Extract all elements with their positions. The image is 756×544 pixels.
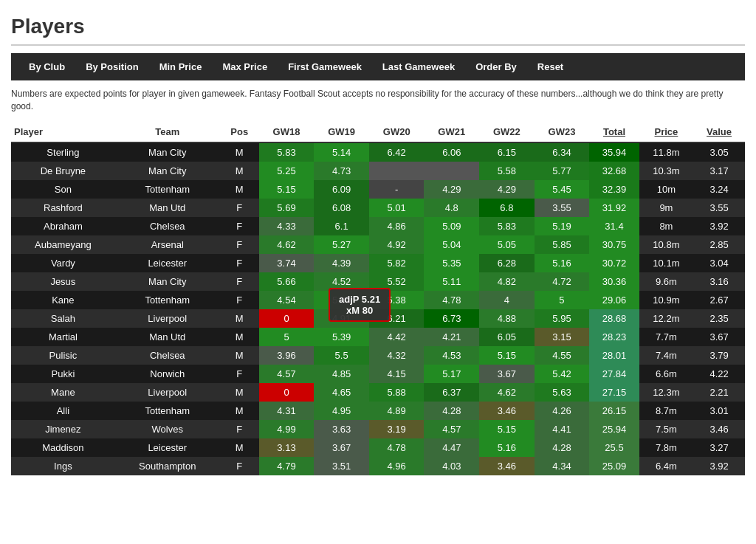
cell-team: Tottenham <box>115 291 220 309</box>
cell-price: 7.7m <box>639 328 693 346</box>
cell-gw20: 4.42 <box>369 328 425 346</box>
cell-price: 8.7m <box>639 402 693 420</box>
cell-value: 2.67 <box>693 291 745 309</box>
cell-team: Leicester <box>115 254 220 272</box>
cell-gw18: 4.54 <box>259 291 315 309</box>
cell-gw19: 5.27 <box>314 235 369 254</box>
cell-value: 2.85 <box>693 235 745 254</box>
cell-value: 2.21 <box>693 383 745 402</box>
cell-pos: M <box>220 328 259 346</box>
cell-player: Mane <box>11 383 115 402</box>
cell-gw21: 6.37 <box>424 383 479 402</box>
filter-min-price[interactable]: Min Price <box>149 58 213 76</box>
cell-gw19: 5.35 <box>314 291 369 309</box>
col-player: Player <box>11 122 115 142</box>
cell-player: Son <box>11 180 115 199</box>
cell-gw22: 5.05 <box>479 235 535 254</box>
filter-last-gameweek[interactable]: Last Gameweek <box>372 58 465 76</box>
cell-price: 12.2m <box>639 309 693 328</box>
cell-price: 7.8m <box>639 438 693 457</box>
cell-gw20: 6.21 <box>369 309 425 328</box>
cell-total: 27.15 <box>589 383 639 402</box>
cell-total: 25.94 <box>589 420 639 438</box>
cell-pos: F <box>220 365 259 383</box>
cell-total: 26.15 <box>589 402 639 420</box>
cell-player: Jimenez <box>11 420 115 438</box>
table-row: JesusMan CityF5.664.525.525.114.824.7230… <box>11 272 745 291</box>
cell-player: Jesus <box>11 272 115 291</box>
cell-pos: M <box>220 180 259 199</box>
cell-price: 6.6m <box>639 365 693 383</box>
cell-gw22: 5.58 <box>479 162 535 180</box>
filter-by-club[interactable]: By Club <box>18 58 75 76</box>
cell-gw19: 5.39 <box>314 328 369 346</box>
cell-gw23: 5.63 <box>535 383 590 402</box>
cell-pos: F <box>220 272 259 291</box>
filter-reset[interactable]: Reset <box>527 58 574 76</box>
col-team: Team <box>115 122 220 142</box>
cell-gw20: 4.86 <box>369 217 425 235</box>
cell-pos: F <box>220 457 259 475</box>
cell-player: Pukki <box>11 365 115 383</box>
cell-gw21: 4.53 <box>424 346 479 365</box>
cell-price: 10m <box>639 180 693 199</box>
filter-max-price[interactable]: Max Price <box>212 58 278 76</box>
col-total[interactable]: Total <box>589 122 639 142</box>
cell-value: 3.46 <box>693 420 745 438</box>
cell-pos: M <box>220 383 259 402</box>
cell-pos: F <box>220 235 259 254</box>
cell-gw19: 4.39 <box>314 254 369 272</box>
filter-by-position[interactable]: By Position <box>75 58 149 76</box>
cell-total: 30.75 <box>589 235 639 254</box>
cell-team: Liverpool <box>115 383 220 402</box>
cell-team: Man City <box>115 162 220 180</box>
cell-player: Pulisic <box>11 346 115 365</box>
cell-player: Sterling <box>11 142 115 162</box>
cell-total: 28.23 <box>589 328 639 346</box>
cell-value: 3.79 <box>693 346 745 365</box>
cell-gw23: 3.15 <box>535 328 590 346</box>
cell-value: 3.01 <box>693 402 745 420</box>
col-price[interactable]: Price <box>639 122 693 142</box>
cell-gw23: 5.95 <box>535 309 590 328</box>
cell-team: Man Utd <box>115 328 220 346</box>
cell-gw23: 4.55 <box>535 346 590 365</box>
table-row: PulisicChelseaM3.965.54.324.535.154.5528… <box>11 346 745 365</box>
cell-value: 2.35 <box>693 309 745 328</box>
cell-gw19: 4.65 <box>314 383 369 402</box>
cell-gw18: 5.15 <box>259 180 315 199</box>
table-row: AlliTottenhamM4.314.954.894.283.464.2626… <box>11 402 745 420</box>
cell-gw23: 5.42 <box>535 365 590 383</box>
cell-value: 3.27 <box>693 438 745 457</box>
cell-price: 6.4m <box>639 457 693 475</box>
cell-team: Norwich <box>115 365 220 383</box>
filter-order-by[interactable]: Order By <box>465 58 527 76</box>
cell-gw18: 4.33 <box>259 217 315 235</box>
cell-gw21: 5.11 <box>424 272 479 291</box>
cell-gw23: 4.41 <box>535 420 590 438</box>
cell-gw21: 5.04 <box>424 235 479 254</box>
col-value[interactable]: Value <box>693 122 745 142</box>
cell-value: 3.17 <box>693 162 745 180</box>
cell-gw19: 4.73 <box>314 162 369 180</box>
cell-gw23: 5.16 <box>535 254 590 272</box>
cell-gw23: 5.77 <box>535 162 590 180</box>
cell-gw22: 6.8 <box>479 199 535 217</box>
cell-gw20: 5.52 <box>369 272 425 291</box>
cell-gw21: 4.29 <box>424 180 479 199</box>
cell-gw23: 6.34 <box>535 142 590 162</box>
cell-gw19: 5.5 <box>314 346 369 365</box>
cell-player: Alli <box>11 402 115 420</box>
cell-gw20: 4.92 <box>369 235 425 254</box>
cell-gw21: 6.06 <box>424 142 479 162</box>
filter-first-gameweek[interactable]: First Gameweek <box>278 58 372 76</box>
cell-gw18: 4.62 <box>259 235 315 254</box>
cell-gw18: 0 <box>259 383 315 402</box>
table-row: IngsSouthamptonF4.793.514.964.033.464.34… <box>11 457 745 475</box>
cell-gw22: 5.16 <box>479 438 535 457</box>
cell-gw18: 5.69 <box>259 199 315 217</box>
cell-team: Wolves <box>115 420 220 438</box>
cell-gw22: 5.83 <box>479 217 535 235</box>
cell-value: 3.55 <box>693 199 745 217</box>
cell-gw18: 3.96 <box>259 346 315 365</box>
